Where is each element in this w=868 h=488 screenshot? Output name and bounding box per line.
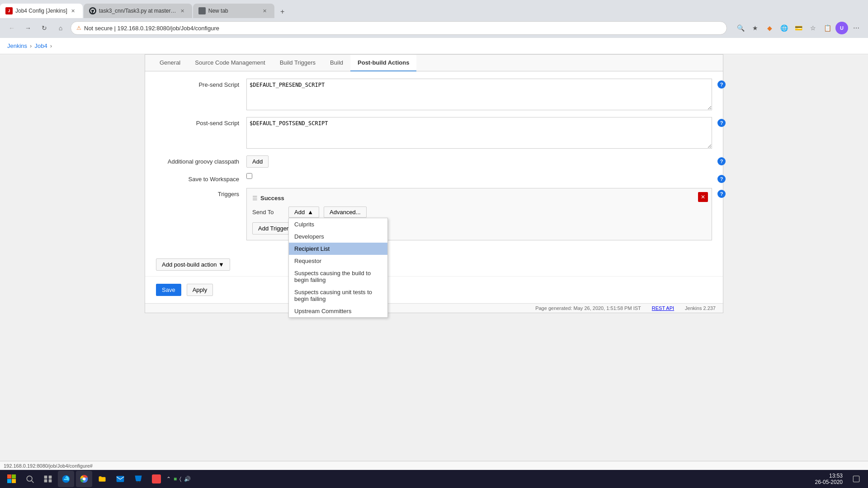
triggers-grip-icon: ☰	[252, 195, 258, 202]
taskbar-explorer[interactable]	[94, 471, 110, 487]
address-bar-row: ← → ↻ ⌂ ⚠ Not secure | 192.168.0.192:808…	[0, 18, 868, 38]
tab-github[interactable]: task3_cnn/Task3.py at master · ra... ✕	[84, 4, 192, 18]
page-footer: Page generated: May 26, 2020, 1:51:58 PM…	[145, 303, 723, 313]
dropdown-recipient-list[interactable]: Recipient List	[289, 243, 387, 255]
taskbar-mail[interactable]	[112, 471, 128, 487]
triggers-main-help-icon[interactable]: ?	[717, 190, 726, 198]
tab-post-build[interactable]: Post-build Actions	[350, 55, 416, 71]
tab-scm[interactable]: Source Code Management	[188, 55, 272, 71]
taskbar-store[interactable]	[130, 471, 146, 487]
favorites-button[interactable]: ☆	[807, 22, 819, 34]
wallet-button[interactable]: 💳	[792, 22, 805, 34]
tab-add-button[interactable]: +	[276, 5, 289, 18]
presend-control: $DEFAULT_PRESEND_SCRIPT	[246, 79, 712, 112]
tab-newtab-close[interactable]: ✕	[261, 7, 269, 15]
home-button[interactable]: ⌂	[54, 22, 67, 34]
postsend-label: Post-send Script	[156, 117, 246, 127]
taskbar-wifi[interactable]: 〈	[179, 476, 181, 482]
form-area: Pre-send Script $DEFAULT_PRESEND_SCRIPT …	[145, 71, 723, 253]
tab-newtab-label: New tab	[208, 8, 259, 14]
dropdown-suspects-unit[interactable]: Suspects causing unit tests to begin fai…	[289, 286, 387, 305]
svg-rect-2	[7, 479, 11, 483]
postsend-control: $DEFAULT_POSTSEND_SCRIPT	[246, 117, 712, 150]
back-button[interactable]: ←	[5, 22, 18, 34]
apply-button[interactable]: Apply	[187, 284, 213, 296]
tab-job4-close[interactable]: ✕	[69, 7, 77, 15]
reload-button[interactable]: ↻	[38, 22, 51, 34]
groovy-add-button[interactable]: Add	[246, 155, 269, 168]
taskbar-notification[interactable]	[848, 471, 864, 487]
add-trigger-label: Add Trigger	[258, 225, 288, 232]
taskbar-task-view[interactable]	[40, 471, 56, 487]
status-url: 192.168.0.192:8080/job/Job4/configure#	[4, 463, 93, 469]
taskbar-volume[interactable]: 🔊	[184, 476, 191, 482]
workspace-checkbox[interactable]	[246, 173, 252, 179]
taskbar-clock[interactable]: 13:53 26-05-2020	[815, 473, 846, 485]
svg-rect-15	[853, 476, 859, 482]
browser-actions: 🔍 ★ ◆ 🌐 💳 ☆ 📋 U ⋯	[734, 22, 863, 34]
url-separator: |	[113, 25, 118, 32]
presend-help-icon[interactable]: ?	[717, 80, 726, 89]
tab-github-close[interactable]: ✕	[179, 7, 187, 15]
dropdown-developers[interactable]: Developers	[289, 230, 387, 243]
svg-rect-0	[7, 474, 11, 479]
postsend-help-icon[interactable]: ?	[717, 119, 726, 127]
triggers-close-button[interactable]: ✕	[698, 192, 708, 202]
add-post-build-label: Add post-build action	[162, 261, 217, 268]
add-post-build-button[interactable]: Add post-build action ▼	[156, 258, 230, 271]
dropdown-suspects-failing[interactable]: Suspects causing the build to begin fail…	[289, 267, 387, 286]
groovy-help-icon[interactable]: ?	[717, 157, 726, 165]
config-tabs: General Source Code Management Build Tri…	[145, 55, 723, 71]
breadcrumb-jenkins[interactable]: Jenkins	[7, 42, 27, 49]
taskbar-app[interactable]	[148, 471, 165, 487]
triggers-control: ☰ Success ✕ ? Send To Add ▲	[246, 188, 712, 240]
svg-point-14	[139, 481, 140, 483]
taskbar-search[interactable]	[22, 471, 38, 487]
taskbar-edge[interactable]	[58, 471, 74, 487]
collections-button[interactable]: 📋	[821, 22, 834, 34]
search-button[interactable]: 🔍	[734, 22, 747, 34]
breadcrumb-sep1: ›	[30, 42, 32, 49]
globe-button[interactable]: 🌐	[778, 22, 790, 34]
add-dropdown-button[interactable]: Add ▲	[288, 206, 319, 218]
dropdown-culprits[interactable]: Culprits	[289, 218, 387, 230]
config-panel: General Source Code Management Build Tri…	[145, 54, 723, 313]
tab-general[interactable]: General	[152, 55, 188, 71]
svg-point-11	[83, 478, 86, 481]
postsend-textarea[interactable]: $DEFAULT_POSTSEND_SCRIPT	[246, 117, 712, 149]
tab-build[interactable]: Build	[323, 55, 350, 71]
presend-row: Pre-send Script $DEFAULT_PRESEND_SCRIPT …	[156, 79, 712, 112]
add-dropdown-arrow: ▲	[307, 209, 313, 216]
newtab-favicon	[198, 7, 206, 14]
triggers-help: ?	[717, 190, 726, 198]
workspace-control	[246, 173, 712, 179]
tab-job4-config[interactable]: J Job4 Config [Jenkins] ✕	[0, 4, 83, 18]
advanced-button[interactable]: Advanced...	[324, 206, 367, 218]
menu-button[interactable]: ⋯	[850, 22, 863, 34]
forward-button[interactable]: →	[22, 22, 34, 34]
breadcrumb: Jenkins › Job4 ›	[7, 42, 55, 49]
tab-build-triggers[interactable]: Build Triggers	[273, 55, 323, 71]
workspace-label: Save to Workspace	[156, 173, 246, 183]
brave-shield-button[interactable]: ◆	[763, 22, 776, 34]
dropdown-upstream-committers[interactable]: Upstream Committers	[289, 305, 387, 317]
postsend-help: ?	[717, 119, 726, 127]
taskbar-chevron[interactable]: ⌃	[166, 476, 171, 482]
address-bar[interactable]: ⚠ Not secure | 192.168.0.192:8080/job/Jo…	[71, 21, 727, 35]
rest-api-link[interactable]: REST API	[652, 305, 674, 311]
tab-newtab[interactable]: New tab ✕	[193, 4, 274, 18]
save-button[interactable]: Save	[156, 284, 181, 296]
page-generated-date: May 26, 2020, 1:51:58 PM IST	[574, 305, 641, 311]
add-dropdown-label: Add	[294, 209, 305, 216]
windows-start-button[interactable]	[4, 471, 20, 487]
security-icon: ⚠	[76, 25, 81, 31]
presend-textarea[interactable]: $DEFAULT_PRESEND_SCRIPT	[246, 79, 712, 110]
bookmark-star-button[interactable]: ★	[749, 22, 761, 34]
breadcrumb-job4[interactable]: Job4	[34, 42, 47, 49]
triggers-label: Triggers	[156, 188, 246, 197]
groovy-help: ?	[717, 157, 726, 165]
taskbar-chrome[interactable]	[76, 471, 92, 487]
dropdown-requestor[interactable]: Requestor	[289, 255, 387, 267]
profile-button[interactable]: U	[835, 22, 848, 34]
workspace-help-icon[interactable]: ?	[717, 175, 726, 183]
